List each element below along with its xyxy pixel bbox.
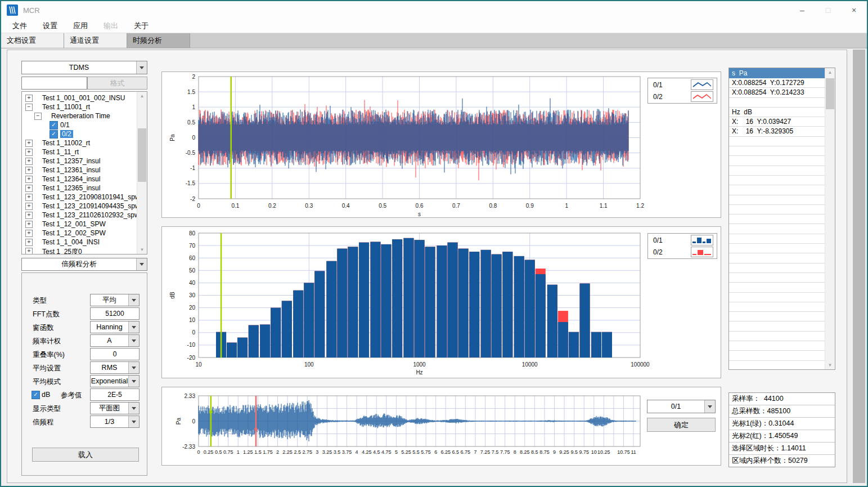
tree-item[interactable]: +Test 1_12357_insul — [22, 157, 137, 166]
readout-row[interactable] — [729, 283, 835, 292]
readout-row[interactable] — [729, 224, 835, 234]
chevron-down-icon[interactable] — [128, 416, 139, 427]
expand-icon[interactable]: + — [25, 185, 33, 192]
readout-row[interactable]: X:0.088254 Y:0.172729 — [729, 78, 835, 88]
readout-row[interactable] — [729, 302, 835, 312]
expand-icon[interactable]: + — [25, 194, 33, 201]
analysis-select[interactable]: 倍频程分析 — [21, 258, 147, 271]
time-waveform-chart[interactable]: 21.510.50-0.5-1-1.5-200.10.20.30.40.50.6… — [161, 72, 721, 218]
tree-item[interactable]: +Test 1_123_210914094435_spw — [22, 202, 137, 211]
chevron-down-icon[interactable] — [128, 403, 139, 414]
readout-row[interactable] — [729, 185, 835, 195]
readout-row[interactable] — [729, 312, 835, 321]
expand-icon[interactable]: + — [25, 203, 33, 210]
tree-item[interactable]: +Test 1_12361_insul — [22, 166, 137, 175]
expand-icon[interactable]: + — [25, 158, 33, 165]
collapse-icon[interactable]: − — [25, 104, 33, 111]
db-checkbox[interactable]: ✓ — [32, 391, 40, 399]
expand-icon[interactable]: + — [25, 230, 33, 237]
form-input[interactable]: 2E-5 — [90, 388, 140, 401]
scroll-down-icon[interactable]: ▼ — [137, 245, 147, 254]
form-select[interactable]: 平面图 — [90, 402, 140, 414]
readout-row[interactable] — [729, 234, 835, 244]
chevron-down-icon[interactable] — [136, 61, 147, 74]
readout-row[interactable] — [729, 146, 835, 156]
tree-item[interactable]: +Test 1_25度0 — [22, 247, 137, 254]
menu-item-4[interactable]: 关于 — [126, 21, 156, 31]
chevron-down-icon[interactable] — [128, 321, 139, 333]
scroll-up-icon[interactable]: ▲ — [825, 68, 835, 77]
maximize-button[interactable]: □ — [815, 1, 841, 19]
collapse-icon[interactable]: − — [34, 113, 42, 120]
form-select[interactable]: 1/3 — [90, 415, 140, 428]
tree-item[interactable]: −Test 1_11001_rt — [22, 102, 137, 111]
close-button[interactable]: × — [841, 1, 867, 19]
format-button[interactable]: 格式 — [87, 77, 147, 90]
minimize-button[interactable]: – — [789, 1, 815, 19]
search-input[interactable] — [21, 77, 87, 90]
readout-row[interactable] — [729, 263, 835, 273]
chevron-down-icon[interactable] — [704, 400, 715, 413]
scroll-up-icon[interactable]: ▲ — [137, 92, 147, 100]
tree-item[interactable]: +Test 1_11_rt — [22, 148, 137, 157]
tab-0[interactable]: 文档设置 — [1, 33, 64, 48]
readout-row[interactable] — [729, 215, 835, 224]
tree-item[interactable]: +Test 1_001_001_002_INSU — [22, 93, 137, 102]
scroll-thumb[interactable] — [138, 128, 146, 182]
chevron-down-icon[interactable] — [128, 376, 139, 387]
load-button[interactable]: 载入 — [32, 448, 139, 462]
readout-row[interactable] — [729, 321, 835, 331]
form-select[interactable]: A — [90, 334, 140, 347]
format-select[interactable]: TDMS — [21, 61, 147, 74]
overview-waveform-chart[interactable]: 2.330-2.3300.250.50.7511.251.51.7522.252… — [161, 387, 721, 466]
readout-row[interactable] — [729, 156, 835, 166]
form-select[interactable]: 平均 — [90, 294, 140, 306]
scroll-down-icon[interactable]: ▼ — [825, 361, 835, 369]
form-select[interactable]: Exponential — [90, 375, 140, 387]
scrollbar[interactable]: ▲▼ — [825, 68, 835, 369]
readout-row[interactable] — [729, 205, 835, 215]
tree-item[interactable]: −Reverberation Time — [22, 111, 137, 120]
readout-row[interactable] — [729, 137, 835, 146]
form-input[interactable]: 51200 — [90, 307, 140, 320]
tree-item[interactable]: +Test 1_12_002_SPW — [22, 229, 137, 238]
tree-item[interactable]: +Test 1_11002_rt — [22, 138, 137, 148]
readout-row[interactable] — [729, 273, 835, 283]
expand-icon[interactable]: + — [25, 149, 33, 156]
tree-item[interactable]: +Test 1_12365_insul — [22, 184, 137, 193]
readout-row[interactable] — [729, 195, 835, 205]
expand-icon[interactable]: + — [25, 212, 33, 219]
chevron-down-icon[interactable] — [128, 362, 139, 373]
tree-item[interactable]: +Test 1_12364_insul — [22, 175, 137, 184]
chevron-down-icon[interactable] — [128, 335, 139, 346]
readout-row[interactable] — [729, 351, 835, 360]
expand-icon[interactable]: + — [25, 95, 33, 102]
channel-checkbox[interactable]: ✓ — [50, 130, 58, 138]
readout-row[interactable]: Hz dB — [729, 108, 835, 117]
readout-row[interactable] — [729, 361, 835, 370]
expand-icon[interactable]: + — [25, 176, 33, 183]
channel-select[interactable]: 0/1 — [647, 400, 716, 413]
octave-spectrum-chart[interactable]: 80706050403020100-10-2010100100010000100… — [161, 226, 721, 378]
tree-item[interactable]: +Test 1_123_211026102932_spw — [22, 211, 137, 220]
tab-1[interactable]: 通道设置 — [64, 33, 127, 48]
tree-item[interactable]: ✓0/1 — [22, 120, 137, 129]
scroll-thumb[interactable] — [826, 78, 834, 109]
scrollbar[interactable]: ▲▼ — [137, 92, 147, 254]
file-tree[interactable]: +Test 1_001_001_002_INSU−Test 1_11001_rt… — [21, 91, 147, 254]
readout-row[interactable] — [729, 293, 835, 302]
menu-item-3[interactable]: 输出 — [96, 21, 126, 31]
chevron-down-icon[interactable] — [128, 294, 139, 306]
channel-checkbox[interactable]: ✓ — [50, 121, 58, 129]
menu-item-2[interactable]: 应用 — [65, 21, 96, 31]
readout-row[interactable]: X: 16 Y:-8.329305 — [729, 127, 835, 136]
menu-item-0[interactable]: 文件 — [5, 21, 35, 31]
expand-icon[interactable]: + — [25, 140, 33, 147]
readout-row[interactable]: X:0.088254 Y:0.214233 — [729, 88, 835, 97]
chevron-down-icon[interactable] — [136, 258, 147, 270]
readout-row[interactable] — [729, 244, 835, 253]
expand-icon[interactable]: + — [25, 167, 33, 174]
readout-row[interactable] — [729, 98, 835, 108]
tab-2[interactable]: 时频分析 — [127, 33, 190, 48]
tree-item[interactable]: +Test 1_1_004_INSI — [22, 238, 137, 247]
